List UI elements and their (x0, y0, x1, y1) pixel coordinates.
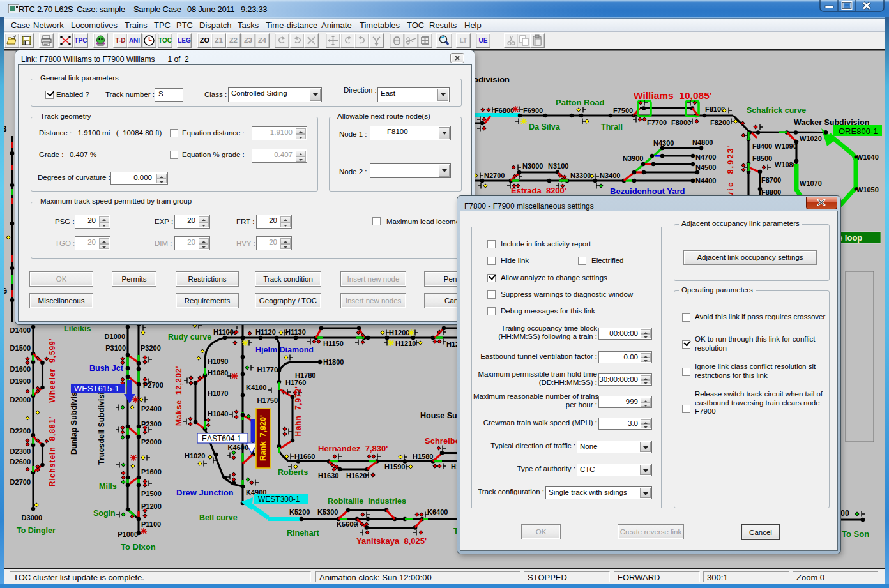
svg-text:H1620: H1620 (346, 472, 367, 479)
svg-text:H1800: H1800 (323, 358, 344, 366)
svg-text:WEST615-1: WEST615-1 (74, 384, 119, 393)
svg-text:H1020: H1020 (185, 452, 205, 460)
svg-text:W1080: W1080 (775, 161, 797, 169)
svg-text:F8000: F8000 (671, 119, 691, 126)
svg-text:Yanitskaya 8,025': Yanitskaya 8,025' (356, 536, 427, 546)
svg-text:H1580: H1580 (413, 453, 433, 460)
svg-text:Wheeler 9,599': Wheeler 9,599' (48, 338, 57, 402)
svg-text:N3100: N3100 (548, 162, 568, 170)
svg-text:To Son: To Son (842, 529, 869, 539)
svg-text:P1100: P1100 (141, 520, 161, 528)
svg-text:H1210: H1210 (395, 340, 416, 347)
svg-text:F7500: F7500 (613, 107, 633, 114)
svg-text:D1400: D1400 (10, 326, 31, 334)
svg-text:To Dixon: To Dixon (121, 542, 156, 552)
svg-text:N3000: N3000 (522, 162, 543, 170)
svg-text:Patton Road: Patton Road (556, 98, 605, 107)
svg-text:D1600: D1600 (10, 365, 31, 373)
svg-text:Hahn 7,972': Hahn 7,972' (294, 386, 303, 436)
svg-text:H1760: H1760 (285, 379, 306, 386)
svg-text:Da Silva: Da Silva (529, 123, 561, 132)
svg-text:H1090: H1090 (208, 358, 228, 365)
svg-text:Estrada 8200': Estrada 8200' (511, 186, 566, 195)
svg-text:Robitaille Industries: Robitaille Industries (328, 497, 406, 506)
svg-text:D1900: D1900 (10, 377, 31, 385)
svg-text:To Dingler: To Dingler (17, 526, 56, 535)
svg-text:W1050: W1050 (856, 186, 879, 193)
svg-text:P2400: P2400 (141, 405, 162, 412)
svg-text:D2200: D2200 (10, 427, 31, 435)
svg-text:Sogin: Sogin (93, 509, 116, 518)
svg-text:P1500: P1500 (141, 490, 162, 497)
svg-text:Makse 12,202': Makse 12,202' (174, 366, 183, 426)
svg-text:Bezuidenhout Yard: Bezuidenhout Yard (610, 186, 685, 196)
svg-text:N4400: N4400 (695, 177, 716, 185)
svg-text:N4700: N4700 (695, 153, 716, 161)
svg-text:Schafrick curve: Schafrick curve (747, 106, 806, 115)
svg-text:EAST604-1: EAST604-1 (202, 434, 241, 443)
svg-text:D2000: D2000 (10, 396, 31, 403)
svg-text:P1000: P1000 (118, 531, 138, 538)
svg-text:H1590: H1590 (384, 463, 405, 471)
svg-text:W1040: W1040 (856, 153, 879, 161)
svg-text:Rinehart: Rinehart (287, 529, 320, 538)
svg-text:Rank 7,920': Rank 7,920' (259, 415, 268, 461)
svg-text:Hjelm Diamond: Hjelm Diamond (255, 345, 314, 354)
svg-text:D2700: D2700 (10, 478, 31, 486)
svg-text:Richstein 8,881': Richstein 8,881' (48, 416, 57, 487)
svg-text:Hernandez 7,830': Hernandez 7,830' (318, 444, 388, 453)
svg-text:P1200: P1200 (141, 502, 162, 510)
svg-text:Mills: Mills (99, 482, 117, 491)
svg-text:H1100: H1100 (213, 328, 234, 336)
svg-text:P3100: P3100 (105, 344, 126, 352)
svg-text:Truesdell Subdivisi: Truesdell Subdivisi (97, 392, 106, 465)
svg-text:F8700: F8700 (761, 176, 781, 184)
svg-text:K5200: K5200 (289, 508, 310, 516)
svg-text:H1770: H1770 (257, 366, 278, 373)
svg-text:N4500: N4500 (695, 163, 716, 171)
svg-text:D2300: D2300 (10, 448, 31, 455)
svg-text:N4800: N4800 (692, 139, 713, 146)
svg-text:P1600: P1600 (141, 468, 162, 476)
svg-text:N2700: N2700 (484, 172, 505, 179)
svg-text:Drew Junction: Drew Junction (176, 488, 234, 497)
svg-text:N3300: N3300 (570, 172, 591, 179)
svg-text:F8200: F8200 (710, 119, 730, 126)
svg-text:e loop: e loop (838, 233, 862, 243)
svg-text:K4100: K4100 (246, 384, 266, 391)
svg-text:Thrall: Thrall (601, 123, 623, 132)
svg-text:K5600: K5600 (337, 520, 357, 528)
svg-text:Dunlap Subdivis: Dunlap Subdivis (70, 392, 79, 455)
svg-text:P3200: P3200 (141, 344, 161, 352)
svg-text:N3900: N3900 (623, 155, 643, 162)
svg-text:W1090: W1090 (775, 142, 797, 150)
svg-text:H1070: H1070 (208, 389, 228, 397)
svg-text:Bell curve: Bell curve (199, 513, 238, 522)
svg-text:H1130: H1130 (285, 328, 306, 336)
svg-text:H1150: H1150 (323, 340, 344, 347)
svg-text:H1750: H1750 (257, 396, 278, 404)
svg-text:WEST300-1: WEST300-1 (258, 495, 300, 504)
svg-text:H1080: H1080 (208, 369, 228, 377)
svg-text:N3400: N3400 (600, 172, 620, 179)
svg-text:H1040: H1040 (208, 410, 228, 418)
svg-text:P2000: P2000 (141, 438, 162, 446)
svg-text:P2700: P2700 (143, 381, 163, 389)
svg-text:Roberts: Roberts (278, 468, 308, 477)
svg-text:K5300: K5300 (317, 508, 338, 516)
svg-text:D1500: D1500 (10, 344, 31, 352)
svg-text:ORE800-1: ORE800-1 (839, 126, 878, 136)
svg-text:F7700: F7700 (647, 119, 667, 126)
svg-text:N4300: N4300 (653, 139, 674, 147)
svg-text:F6900: F6900 (523, 107, 543, 114)
svg-text:odivision: odivision (473, 75, 510, 84)
svg-text:H1200: H1200 (389, 329, 409, 336)
svg-text:W1070: W1070 (800, 179, 822, 187)
svg-text:K4600: K4600 (228, 444, 248, 451)
svg-text:Williams 10,085': Williams 10,085' (634, 90, 711, 101)
svg-text:H1120: H1120 (255, 328, 276, 336)
svg-text:00: 00 (840, 509, 849, 518)
svg-text:F6800: F6800 (494, 107, 514, 114)
svg-text:F8400: F8400 (752, 142, 772, 150)
svg-text:H1630: H1630 (318, 472, 338, 479)
